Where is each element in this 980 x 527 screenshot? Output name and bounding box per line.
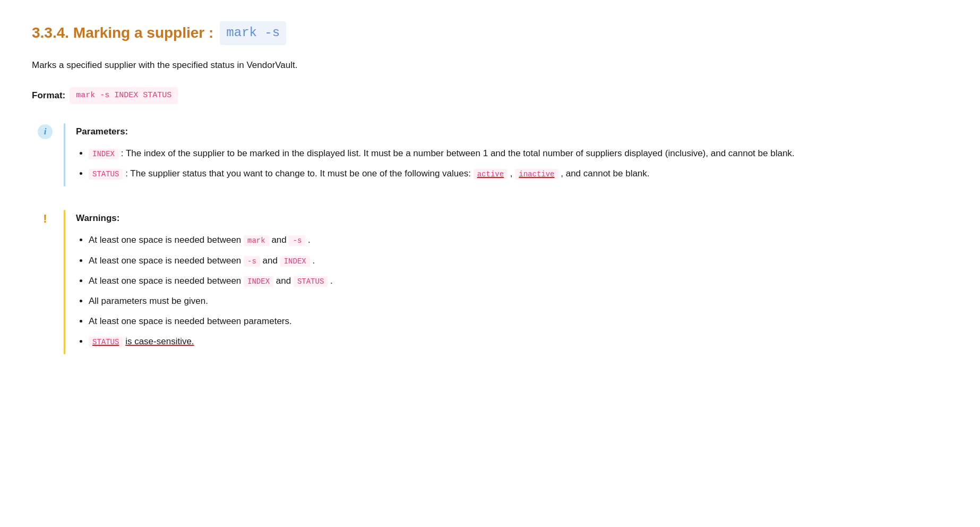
warning-4-text: All parameters must be given.: [89, 296, 208, 306]
warnings-title: Warnings:: [76, 211, 948, 225]
warning-6-code: STATUS: [89, 337, 123, 347]
page-title: 3.3.4. Marking a supplier : mark -s: [32, 21, 948, 45]
callout-border-info: [64, 123, 65, 186]
title-text: 3.3.4. Marking a supplier :: [32, 21, 213, 45]
warning-2-code2: INDEX: [280, 256, 310, 267]
warning-item-5: At least one space is needed between par…: [89, 314, 948, 329]
warning-item-3: At least one space is needed between IND…: [89, 274, 948, 288]
parameters-callout: i Parameters: INDEX : The index of the s…: [32, 123, 948, 186]
warning-3-code2: STATUS: [294, 276, 328, 287]
format-label: Format:: [32, 88, 65, 103]
callout-icon-col-info: i: [32, 123, 58, 186]
warning-5-text: At least one space is needed between par…: [89, 316, 292, 326]
warning-item-1: At least one space is needed between mar…: [89, 233, 948, 248]
param-status-item: STATUS : The supplier status that you wa…: [89, 166, 948, 181]
warning-2-code1: -s: [244, 256, 260, 267]
warning-1-text: At least one space is needed between: [89, 235, 244, 245]
parameters-title: Parameters:: [76, 124, 948, 139]
warning-3-end: .: [330, 276, 333, 286]
param-index-name: INDEX: [89, 149, 118, 159]
parameters-content: Parameters: INDEX : The index of the sup…: [76, 123, 948, 186]
param-status-end: , and cannot be blank.: [561, 168, 649, 178]
warning-1-code1: mark: [244, 235, 269, 246]
warning-2-connector: and: [263, 256, 280, 266]
param-index-item: INDEX : The index of the supplier to be …: [89, 146, 948, 161]
warning-item-6: STATUS is case-sensitive.: [89, 334, 948, 349]
warning-2-text: At least one space is needed between: [89, 256, 244, 266]
warnings-list: At least one space is needed between mar…: [76, 233, 948, 348]
warnings-content: Warnings: At least one space is needed b…: [76, 210, 948, 354]
param-status-name: STATUS: [89, 169, 123, 180]
warning-item-2: At least one space is needed between -s …: [89, 253, 948, 268]
warning-1-end: .: [308, 235, 311, 245]
warning-2-end: .: [312, 256, 315, 266]
status-value-active: active: [474, 169, 508, 180]
status-value-inactive: inactive: [515, 169, 558, 180]
warning-1-connector: and: [271, 235, 289, 245]
param-status-comma: ,: [510, 168, 515, 178]
warning-icon: !: [38, 211, 53, 226]
format-line: Format: mark -s INDEX STATUS: [32, 87, 948, 104]
param-status-text: : The supplier status that you want to c…: [125, 168, 474, 178]
callout-icon-col-warning: !: [32, 210, 58, 354]
warning-6-text: is case-sensitive.: [125, 336, 194, 346]
callout-border-warning: [64, 210, 65, 354]
parameters-list: INDEX : The index of the supplier to be …: [76, 146, 948, 181]
param-index-text: : The index of the supplier to be marked…: [121, 148, 795, 158]
warning-3-code1: INDEX: [244, 276, 273, 287]
warning-3-connector: and: [276, 276, 294, 286]
warnings-callout: ! Warnings: At least one space is needed…: [32, 210, 948, 354]
info-icon: i: [38, 124, 53, 139]
warning-item-4: All parameters must be given.: [89, 294, 948, 309]
warning-3-text: At least one space is needed between: [89, 276, 244, 286]
format-code: mark -s INDEX STATUS: [70, 87, 178, 104]
warning-1-code2: -s: [289, 235, 305, 246]
title-command: mark -s: [220, 21, 286, 45]
page-description: Marks a specified supplier with the spec…: [32, 58, 948, 72]
